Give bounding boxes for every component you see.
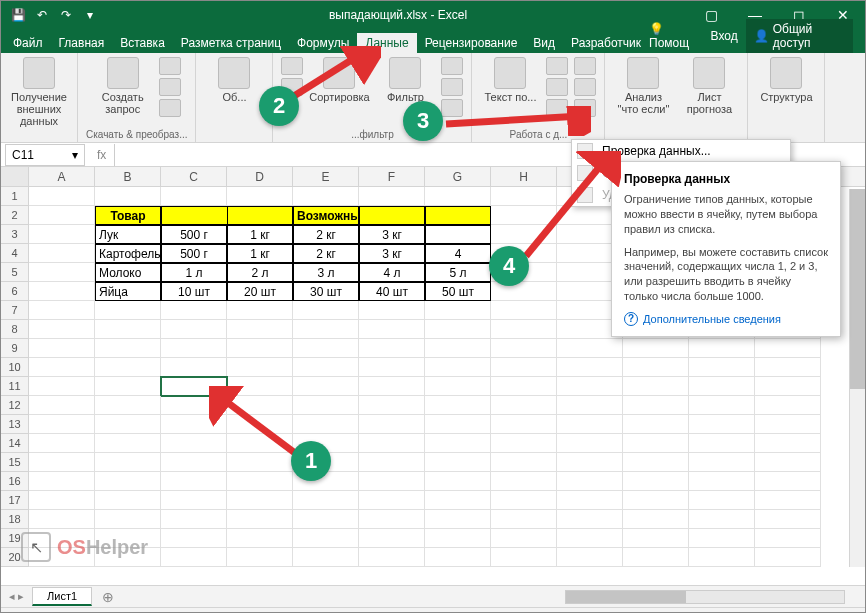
cell[interactable]: [293, 510, 359, 529]
cell[interactable]: [227, 339, 293, 358]
cell[interactable]: [491, 548, 557, 567]
cell[interactable]: [755, 358, 821, 377]
cell[interactable]: [623, 548, 689, 567]
cell[interactable]: [95, 510, 161, 529]
cell[interactable]: 4 л: [359, 263, 425, 282]
cell[interactable]: [623, 472, 689, 491]
cell[interactable]: [755, 396, 821, 415]
cell[interactable]: 10 шт: [161, 282, 227, 301]
cell[interactable]: [359, 472, 425, 491]
cell[interactable]: [689, 548, 755, 567]
get-external-data-button[interactable]: Получение внешних данных: [9, 57, 69, 127]
tab-pagelayout[interactable]: Разметка страниц: [173, 33, 289, 53]
row-header[interactable]: 9: [1, 339, 29, 358]
horizontal-scrollbar[interactable]: [565, 590, 845, 604]
cell[interactable]: 20 шт: [227, 282, 293, 301]
cell[interactable]: [95, 301, 161, 320]
cell[interactable]: [359, 434, 425, 453]
cell[interactable]: [359, 301, 425, 320]
cell[interactable]: [161, 301, 227, 320]
cell[interactable]: [491, 377, 557, 396]
row-header[interactable]: 7: [1, 301, 29, 320]
cell[interactable]: [29, 225, 95, 244]
cell[interactable]: [425, 225, 491, 244]
cell[interactable]: [29, 187, 95, 206]
reapply-filter-button[interactable]: [441, 78, 463, 96]
cell[interactable]: [623, 415, 689, 434]
cell[interactable]: Яйца: [95, 282, 161, 301]
cell[interactable]: [95, 187, 161, 206]
cell[interactable]: [623, 358, 689, 377]
cell[interactable]: [557, 510, 623, 529]
cell[interactable]: 50 шт: [425, 282, 491, 301]
cell[interactable]: [227, 358, 293, 377]
col-header[interactable]: B: [95, 167, 161, 186]
cell[interactable]: [293, 320, 359, 339]
cell[interactable]: [29, 510, 95, 529]
filter-button[interactable]: Фильтр: [375, 57, 435, 103]
cell[interactable]: [95, 320, 161, 339]
cell[interactable]: [623, 491, 689, 510]
cell[interactable]: Возможные варианты: [293, 206, 359, 225]
tell-me[interactable]: 💡 Помощ: [649, 22, 703, 50]
cell[interactable]: [755, 434, 821, 453]
cell[interactable]: [557, 415, 623, 434]
cell[interactable]: [557, 358, 623, 377]
cell[interactable]: [557, 453, 623, 472]
cell[interactable]: [359, 529, 425, 548]
cell[interactable]: [293, 187, 359, 206]
cell[interactable]: [425, 301, 491, 320]
cell[interactable]: [491, 434, 557, 453]
col-header[interactable]: D: [227, 167, 293, 186]
cell[interactable]: [95, 358, 161, 377]
cell[interactable]: [29, 244, 95, 263]
add-sheet-button[interactable]: ⊕: [92, 589, 124, 605]
undo-icon[interactable]: ↶: [31, 4, 53, 26]
cell[interactable]: [359, 510, 425, 529]
cell[interactable]: [425, 358, 491, 377]
cell[interactable]: [689, 434, 755, 453]
cell[interactable]: [29, 263, 95, 282]
forecast-sheet-button[interactable]: Лист прогноза: [679, 57, 739, 115]
cell[interactable]: [557, 396, 623, 415]
cell[interactable]: [359, 548, 425, 567]
cell[interactable]: [359, 377, 425, 396]
clear-filter-button[interactable]: [441, 57, 463, 75]
cell[interactable]: [425, 510, 491, 529]
cell[interactable]: [29, 206, 95, 225]
cell[interactable]: [491, 415, 557, 434]
cell[interactable]: [227, 510, 293, 529]
cell[interactable]: [755, 529, 821, 548]
cell[interactable]: [755, 491, 821, 510]
cell[interactable]: [425, 377, 491, 396]
cell[interactable]: [293, 491, 359, 510]
cell[interactable]: 5 л: [425, 263, 491, 282]
cell[interactable]: [359, 491, 425, 510]
cell[interactable]: [161, 548, 227, 567]
tab-developer[interactable]: Разработчик: [563, 33, 649, 53]
col-header[interactable]: C: [161, 167, 227, 186]
cell[interactable]: Лук: [95, 225, 161, 244]
cell[interactable]: [755, 510, 821, 529]
cell[interactable]: [161, 472, 227, 491]
cell[interactable]: [425, 491, 491, 510]
outline-button[interactable]: Структура: [756, 57, 816, 103]
cell[interactable]: [689, 472, 755, 491]
tab-insert[interactable]: Вставка: [112, 33, 173, 53]
cell[interactable]: [689, 358, 755, 377]
cell[interactable]: [95, 377, 161, 396]
cell[interactable]: [227, 320, 293, 339]
cell[interactable]: [425, 548, 491, 567]
cell[interactable]: [227, 301, 293, 320]
cell[interactable]: [161, 187, 227, 206]
cell[interactable]: [161, 206, 227, 225]
vertical-scrollbar[interactable]: [849, 189, 865, 567]
cell[interactable]: [29, 453, 95, 472]
cell[interactable]: [425, 529, 491, 548]
new-query-button[interactable]: Создать запрос: [93, 57, 153, 115]
tab-home[interactable]: Главная: [51, 33, 113, 53]
cell[interactable]: [755, 453, 821, 472]
relationships-button[interactable]: [574, 78, 596, 96]
fx-icon[interactable]: fx: [89, 148, 114, 162]
consolidate-button[interactable]: [574, 57, 596, 75]
